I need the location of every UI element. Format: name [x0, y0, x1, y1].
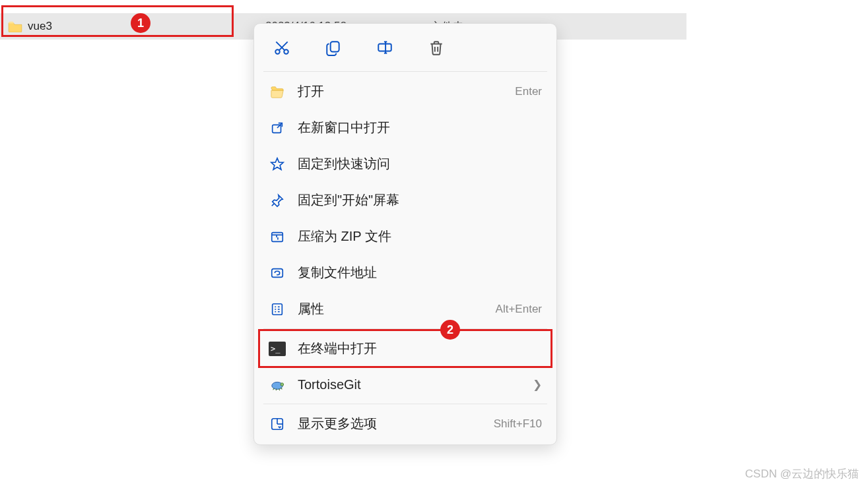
menu-item-open-in-terminal[interactable]: >_ 在终端中打开 — [259, 330, 551, 367]
menu-item-open-new-window[interactable]: 在新窗口中打开 — [259, 109, 551, 146]
pin-icon — [269, 192, 286, 209]
menu-shortcut: Alt+Enter — [496, 303, 542, 316]
menu-item-show-more-options[interactable]: 显示更多选项 Shift+F10 — [259, 406, 551, 442]
terminal-icon: >_ — [269, 340, 286, 357]
chevron-right-icon: ❯ — [533, 378, 542, 392]
svg-rect-5 — [378, 44, 391, 51]
menu-label: 固定到"开始"屏幕 — [298, 191, 542, 209]
menu-shortcut: Enter — [515, 85, 542, 98]
menu-item-properties[interactable]: 属性 Alt+Enter — [259, 291, 551, 327]
menu-label: 属性 — [298, 300, 496, 318]
menu-item-open[interactable]: 打开 Enter — [259, 73, 551, 109]
properties-icon — [269, 301, 286, 318]
divider — [263, 71, 547, 72]
menu-label: 压缩为 ZIP 文件 — [298, 228, 542, 245]
action-bar — [259, 30, 551, 70]
menu-item-copy-path[interactable]: 复制文件地址 — [259, 255, 551, 291]
svg-rect-15 — [272, 232, 283, 241]
folder-open-icon — [269, 83, 286, 100]
menu-label: 显示更多选项 — [298, 415, 494, 433]
menu-label: 打开 — [298, 82, 515, 100]
open-external-icon — [269, 119, 286, 137]
menu-label: 在新窗口中打开 — [298, 119, 542, 137]
menu-label: 固定到快速访问 — [298, 155, 542, 173]
copy-button[interactable] — [320, 34, 347, 61]
delete-button[interactable] — [423, 34, 450, 61]
svg-rect-4 — [331, 42, 339, 51]
menu-item-pin-start[interactable]: 固定到"开始"屏幕 — [259, 182, 551, 218]
context-menu: 打开 Enter 在新窗口中打开 固定到快速访问 固定到"开始"屏幕 压缩为 Z… — [253, 23, 557, 445]
svg-line-14 — [272, 203, 275, 206]
rename-button[interactable] — [372, 34, 398, 61]
menu-item-compress-zip[interactable]: 压缩为 ZIP 文件 — [259, 218, 551, 255]
zip-icon — [269, 228, 286, 245]
cut-button[interactable] — [269, 34, 295, 61]
tortoisegit-icon — [269, 376, 286, 393]
file-name: vue3 — [28, 20, 265, 33]
menu-item-pin-quick-access[interactable]: 固定到快速访问 — [259, 146, 551, 182]
menu-label: 复制文件地址 — [298, 264, 542, 282]
svg-rect-20 — [273, 303, 283, 315]
svg-marker-13 — [271, 158, 283, 169]
folder-icon — [8, 20, 22, 32]
more-options-icon — [269, 415, 286, 433]
divider — [263, 328, 547, 329]
divider — [263, 404, 547, 404]
copy-path-icon — [269, 264, 286, 282]
svg-point-28 — [281, 383, 284, 386]
menu-label: TortoiseGit — [298, 377, 526, 392]
menu-label: 在终端中打开 — [298, 340, 542, 357]
svg-rect-19 — [272, 268, 283, 277]
menu-shortcut: Shift+F10 — [494, 417, 542, 431]
watermark: CSDN @云边的快乐猫 — [745, 466, 859, 481]
star-icon — [269, 156, 286, 173]
menu-item-tortoisegit[interactable]: TortoiseGit ❯ — [259, 367, 551, 402]
